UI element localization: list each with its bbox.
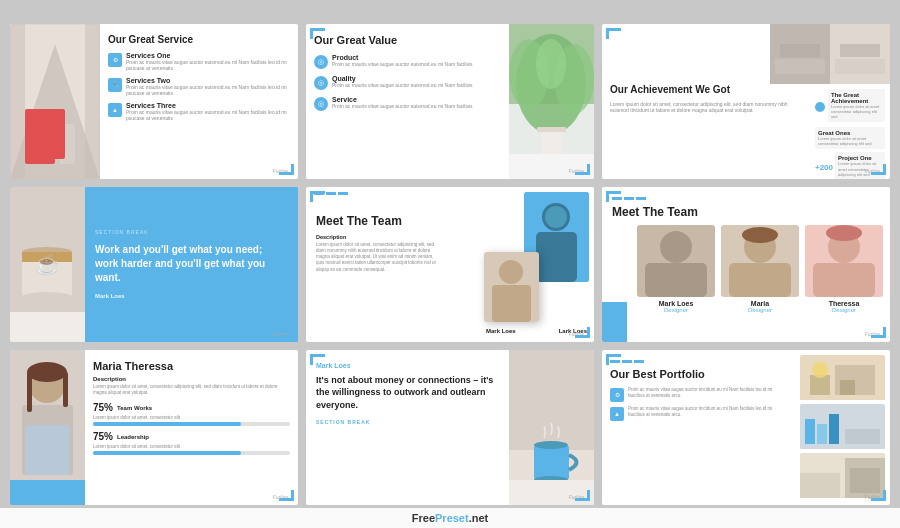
slide-6: Meet The Team Mark Loes Designer xyxy=(602,187,890,342)
slide-5-desc: Lorem ipsum dolor sit amet, consectetur … xyxy=(316,242,441,273)
portfolio-item-2: ▲ Proin ac mauris vitae augue auctor tin… xyxy=(610,406,787,421)
slide-5-small-photo xyxy=(484,252,539,322)
slide-3: Our Achievement We Got Lorem ipsum dolor… xyxy=(602,24,890,179)
svg-rect-37 xyxy=(492,285,531,322)
svg-rect-4 xyxy=(60,124,75,164)
team-member-3: Theressa Designer xyxy=(805,225,883,313)
svg-rect-69 xyxy=(817,424,827,444)
achievement-num-row: +200 Project One Lorem ipsum dolor sit a… xyxy=(815,152,885,178)
stat-1-bar-bg xyxy=(93,422,290,426)
slide-4-author: Mark Loes xyxy=(95,293,288,299)
svg-rect-14 xyxy=(537,127,566,132)
slide-4: SECTION BREAK Work and you'll get what y… xyxy=(10,187,298,342)
slide-9-blue-bars xyxy=(610,360,787,363)
service-item-1: ⚙ Services One Proin ac mauris vitae aug… xyxy=(108,52,290,72)
slide-7-footer: Furline xyxy=(273,494,288,500)
portfolio-img-2 xyxy=(800,404,885,450)
slide-4-quote: Work and you'll get what you need; work … xyxy=(95,243,288,285)
slide-8: Mark Loes It's not about money or connec… xyxy=(306,350,594,505)
value-item-3: ◎ Service Proin ac mauris vitae augue au… xyxy=(314,96,501,111)
svg-rect-43 xyxy=(729,263,791,297)
stat-1-desc: Lorem ipsum dolor sit amet, consectetur … xyxy=(93,415,290,420)
slide-2-footer: Furline xyxy=(569,168,584,174)
slide-6-team-photos: Mark Loes Designer Maria xyxy=(612,225,880,313)
svg-point-52 xyxy=(27,362,67,382)
svg-rect-58 xyxy=(534,445,569,480)
svg-rect-5 xyxy=(10,24,25,179)
svg-rect-54 xyxy=(63,372,68,407)
value-icon-2: ◎ xyxy=(314,76,328,90)
service-icon-1: ⚙ xyxy=(108,53,122,67)
portfolio-text-1: Proin ac mauris vitae augue auctor tinci… xyxy=(628,387,787,399)
slide-5-person-small-name: Mark Loes xyxy=(486,328,516,334)
stat-2-bar-bg xyxy=(93,451,290,455)
ach-icon xyxy=(815,102,825,112)
slide-1-content: Our Great Service ⚙ Services One Proin a… xyxy=(100,24,298,179)
svg-rect-71 xyxy=(845,429,880,444)
stat-1-label: Team Works xyxy=(117,405,152,411)
slide-9-images xyxy=(795,350,890,505)
slide-9-title: Our Best Portfolio xyxy=(610,368,787,381)
slide-1-footer: Furline xyxy=(273,168,288,174)
achievement-box-3: Project One Lorem ipsum dolor sit amet c… xyxy=(835,152,885,178)
watermark-text: FreePreset.net xyxy=(412,512,488,524)
portfolio-icon-2: ▲ xyxy=(610,407,624,421)
stat-row-1: 75% Team Works Lorem ipsum dolor sit ame… xyxy=(93,402,290,426)
slide-5-title: Meet The Team xyxy=(316,214,441,228)
slide-8-image xyxy=(509,350,594,505)
value-text-2: Quality Proin ac mauris vitae augue auct… xyxy=(332,75,473,89)
svg-rect-66 xyxy=(840,380,855,395)
slide-2: Our Great Value ◎ Product Proin ac mauri… xyxy=(306,24,594,179)
slide-8-section-break: SECTION BREAK xyxy=(316,419,499,425)
slide-5-footer: Furline xyxy=(569,331,584,337)
service-icon-3: ▲ xyxy=(108,103,122,117)
slide-3-title: Our Achievement We Got xyxy=(610,84,802,96)
slide-9: Our Best Portfolio ⚙ Proin ac mauris vit… xyxy=(602,350,890,505)
slide-4-inner: SECTION BREAK Work and you'll get what y… xyxy=(10,187,298,342)
svg-point-12 xyxy=(536,39,566,89)
achievement-box-1: The Great Achievement Lorem ipsum dolor … xyxy=(828,89,885,123)
stat-1-bar-fill xyxy=(93,422,241,426)
slide-7-desc-label: Description xyxy=(93,376,290,382)
svg-rect-75 xyxy=(850,468,880,493)
slide-4-section-break: SECTION BREAK xyxy=(95,229,288,235)
portfolio-icon-1: ⚙ xyxy=(610,388,624,402)
svg-point-48 xyxy=(826,225,862,241)
slide-6-footer: Furline xyxy=(865,331,880,337)
svg-rect-70 xyxy=(829,414,839,444)
slide-8-quote: It's not about money or connections – it… xyxy=(316,374,499,412)
team-member-2: Maria Designer xyxy=(721,225,799,313)
ach-icon-row: The Great Achievement Lorem ipsum dolor … xyxy=(815,89,885,126)
svg-point-59 xyxy=(534,441,568,449)
service-text-1: Services One Proin ac mauris vitae augue… xyxy=(126,52,290,72)
slide-4-image xyxy=(10,187,85,342)
team-member-1: Mark Loes Designer xyxy=(637,225,715,313)
svg-rect-47 xyxy=(813,263,875,297)
svg-rect-21 xyxy=(780,44,820,57)
slide-5-photos: Lark Loes Mark Loes xyxy=(484,192,589,337)
team-name-1: Mark Loes xyxy=(659,300,694,307)
value-item-2: ◎ Quality Proin ac mauris vitae augue au… xyxy=(314,75,501,90)
watermark: FreePreset.net xyxy=(0,508,900,528)
svg-rect-73 xyxy=(800,473,840,498)
svg-rect-53 xyxy=(27,372,32,412)
stat-2-desc: Lorem ipsum dolor sit amet, consectetur … xyxy=(93,444,290,449)
slide-4-text: SECTION BREAK Work and you'll get what y… xyxy=(85,187,298,342)
svg-rect-6 xyxy=(85,24,100,179)
slide-9-footer: Furline xyxy=(865,494,880,500)
svg-rect-20 xyxy=(835,59,885,74)
svg-point-44 xyxy=(742,227,778,243)
svg-rect-28 xyxy=(22,252,72,262)
team-role-1: Designer xyxy=(664,307,688,313)
service-text-2: Services Two Proin ac mauris vitae augue… xyxy=(126,77,290,97)
stat-2-label: Leadership xyxy=(117,434,149,440)
stat-2-bar-fill xyxy=(93,451,241,455)
svg-rect-61 xyxy=(509,480,594,505)
svg-rect-33 xyxy=(536,232,577,282)
slide-2-content: Our Great Value ◎ Product Proin ac mauri… xyxy=(306,24,509,179)
slide-4-footer: Furline xyxy=(273,331,288,337)
slide-6-title: Meet The Team xyxy=(612,205,880,219)
stat-2-header: 75% Leadership xyxy=(93,431,290,442)
slide-1-title: Our Great Service xyxy=(108,34,290,46)
slide-1: Our Great Service ⚙ Services One Proin a… xyxy=(10,24,298,179)
